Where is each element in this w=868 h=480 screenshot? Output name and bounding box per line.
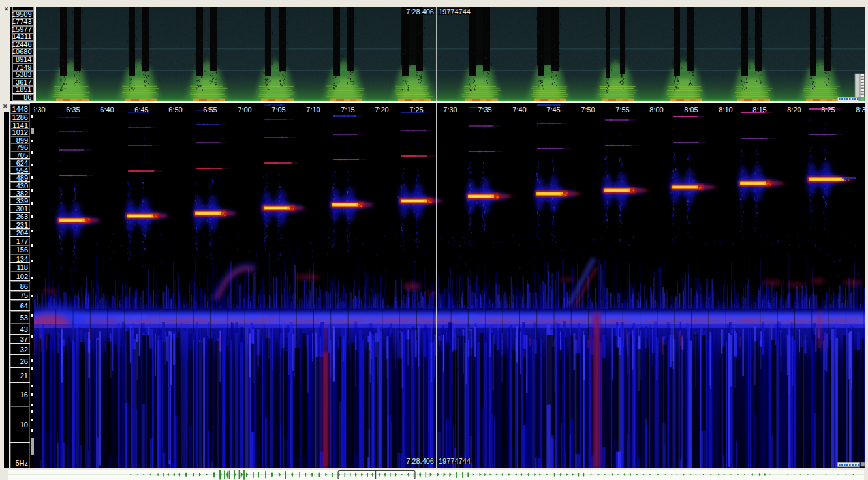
svg-text:8:15: 8:15 (752, 106, 766, 113)
svg-text:7:00: 7:00 (238, 106, 251, 113)
svg-text:7:30: 7:30 (443, 106, 457, 113)
svg-text:6:40: 6:40 (100, 106, 114, 113)
svg-text:7:28.406: 7:28.406 (406, 8, 434, 16)
svg-text:8:25: 8:25 (821, 106, 835, 113)
svg-text:6:35: 6:35 (66, 106, 80, 113)
svg-text:7:10: 7:10 (306, 106, 320, 113)
svg-text:8:20: 8:20 (787, 106, 801, 113)
svg-text:6:45: 6:45 (134, 106, 148, 113)
svg-text:7:20: 7:20 (375, 106, 388, 113)
svg-text:7:40: 7:40 (512, 106, 526, 113)
svg-text:7:28.406: 7:28.406 (406, 457, 434, 465)
svg-text:8:10: 8:10 (719, 106, 732, 113)
svg-text:6:55: 6:55 (203, 106, 217, 113)
svg-text:8:30: 8:30 (856, 106, 865, 113)
svg-text:7:55: 7:55 (615, 106, 629, 113)
svg-text:6:50: 6:50 (168, 106, 182, 113)
svg-text:7:05: 7:05 (271, 106, 285, 113)
svg-text:7:45: 7:45 (546, 106, 560, 113)
svg-text:8:00: 8:00 (649, 106, 663, 113)
svg-text:19774744: 19774744 (439, 457, 471, 465)
svg-text:7:15: 7:15 (341, 106, 354, 113)
svg-text:7:50: 7:50 (581, 106, 595, 113)
svg-text:7:35: 7:35 (478, 106, 491, 113)
svg-text:7:25: 7:25 (409, 106, 423, 113)
svg-text:8:05: 8:05 (684, 106, 698, 113)
svg-text:19774744: 19774744 (439, 8, 471, 16)
svg-text:6:30: 6:30 (34, 106, 46, 113)
